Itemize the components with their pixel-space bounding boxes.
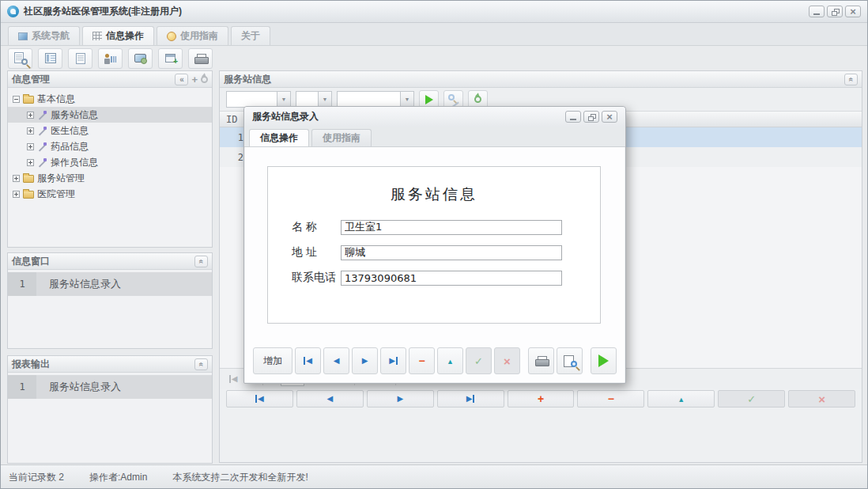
status-message: 本系统支持二次开发和全新开发! bbox=[172, 471, 308, 484]
main-toolbar bbox=[1, 46, 867, 70]
station-form: 服务站信息 名 称 地 址 联系电话 bbox=[267, 166, 601, 324]
panel-title: 服务站信息 bbox=[224, 73, 271, 86]
tab-system-navigation[interactable]: 系统导航 bbox=[8, 26, 80, 45]
search-button[interactable] bbox=[8, 48, 32, 69]
tab-label: 信息操作 bbox=[260, 131, 298, 145]
add-icon[interactable] bbox=[191, 74, 198, 85]
app-logo-icon bbox=[7, 6, 19, 17]
tree-node-doctor-info[interactable]: 医生信息 bbox=[8, 123, 212, 138]
document-button[interactable] bbox=[68, 48, 92, 69]
cancel-button[interactable] bbox=[494, 347, 520, 374]
last-record-button[interactable] bbox=[437, 390, 504, 408]
prev-record-icon bbox=[326, 395, 333, 403]
operator-label: 操作者:Admin bbox=[89, 471, 147, 484]
panel-title: 信息管理 bbox=[12, 73, 50, 86]
tab-about[interactable]: 关于 bbox=[231, 26, 270, 45]
prev-record-button[interactable] bbox=[296, 390, 364, 408]
filter-combobox-3[interactable] bbox=[337, 91, 414, 108]
delete-record-button[interactable] bbox=[577, 390, 644, 408]
tree-label: 基本信息 bbox=[37, 93, 75, 106]
dialog-tab-user-guide[interactable]: 使用指南 bbox=[311, 129, 372, 146]
expand-toggle-icon[interactable] bbox=[27, 112, 34, 119]
tree-node-operator-info[interactable]: 操作员信息 bbox=[8, 154, 212, 170]
printer-button[interactable] bbox=[188, 48, 213, 69]
run-button[interactable] bbox=[591, 347, 617, 374]
monitor-button[interactable] bbox=[128, 48, 153, 69]
edit-record-button[interactable] bbox=[647, 390, 715, 408]
print-button[interactable] bbox=[528, 347, 554, 374]
expand-toggle-icon[interactable] bbox=[27, 159, 34, 166]
expand-toggle-icon[interactable] bbox=[13, 191, 20, 198]
info-window-list-item[interactable]: 1 服务站信息录入 bbox=[8, 272, 212, 296]
minimize-button[interactable] bbox=[809, 6, 825, 17]
address-field[interactable] bbox=[341, 245, 562, 260]
dialog-tab-info-operation[interactable]: 信息操作 bbox=[249, 129, 309, 146]
info-management-panel: 信息管理 基本信息 服务站信息 医生信息 bbox=[7, 70, 213, 248]
prev-record-button[interactable] bbox=[323, 347, 349, 374]
first-record-button[interactable] bbox=[226, 390, 293, 408]
dialog-title-bar[interactable]: 服务站信息录入 bbox=[244, 107, 625, 127]
last-record-button[interactable] bbox=[380, 347, 406, 374]
form-button[interactable] bbox=[38, 48, 62, 69]
cancel-record-button[interactable] bbox=[788, 390, 855, 408]
form-icon bbox=[45, 53, 56, 63]
first-page-button[interactable] bbox=[226, 372, 240, 386]
tree-node-station-management[interactable]: 服务站管理 bbox=[8, 170, 212, 186]
search-icon bbox=[14, 52, 27, 65]
phone-field[interactable] bbox=[341, 271, 562, 286]
first-record-button[interactable] bbox=[295, 347, 321, 374]
expand-toggle-icon[interactable] bbox=[27, 127, 34, 135]
expand-toggle-icon[interactable] bbox=[13, 175, 20, 182]
collapse-toggle-icon[interactable] bbox=[13, 96, 20, 103]
tree-node-drug-info[interactable]: 药品信息 bbox=[8, 138, 212, 154]
tab-info-operation[interactable]: 信息操作 bbox=[82, 26, 154, 45]
dialog-title: 服务站信息录入 bbox=[252, 110, 319, 123]
add-button-label: 增加 bbox=[263, 354, 282, 368]
dialog-minimize-button[interactable] bbox=[565, 111, 581, 123]
plus-icon bbox=[538, 392, 544, 405]
phone-field-label: 联系电话 bbox=[292, 271, 341, 285]
dialog-maximize-button[interactable] bbox=[583, 111, 599, 123]
filter-combobox-1[interactable] bbox=[226, 91, 291, 108]
collapse-up-button[interactable] bbox=[844, 74, 858, 85]
restore-button[interactable] bbox=[827, 6, 843, 17]
confirm-button[interactable] bbox=[466, 347, 492, 374]
report-output-panel: 报表输出 1 服务站信息录入 bbox=[7, 355, 213, 464]
refresh-icon[interactable] bbox=[201, 76, 208, 83]
next-record-button[interactable] bbox=[352, 347, 378, 374]
tab-label: 使用指南 bbox=[323, 131, 360, 145]
report-output-list-item[interactable]: 1 服务站信息录入 bbox=[8, 375, 212, 399]
tree-node-basic-info[interactable]: 基本信息 bbox=[8, 91, 212, 107]
name-field[interactable] bbox=[341, 220, 562, 235]
tree-node-station-info[interactable]: 服务站信息 bbox=[8, 107, 212, 123]
tree-label: 操作员信息 bbox=[51, 156, 98, 169]
dialog-toolbar: 增加 bbox=[253, 347, 617, 374]
filter-combobox-2[interactable] bbox=[296, 91, 332, 108]
add-window-button[interactable] bbox=[158, 48, 183, 69]
collapse-left-icon bbox=[179, 75, 184, 84]
collapse-up-button[interactable] bbox=[194, 256, 208, 267]
add-button[interactable]: 增加 bbox=[253, 347, 292, 374]
add-record-button[interactable] bbox=[508, 390, 575, 408]
delete-record-button[interactable] bbox=[409, 347, 435, 374]
next-record-button[interactable] bbox=[367, 390, 434, 408]
dialog-close-button[interactable] bbox=[602, 111, 617, 123]
collapse-left-button[interactable] bbox=[175, 74, 188, 85]
close-button[interactable] bbox=[845, 6, 861, 17]
tab-user-guide[interactable]: 使用指南 bbox=[157, 26, 228, 45]
edit-record-button[interactable] bbox=[437, 347, 463, 374]
check-icon bbox=[747, 393, 756, 405]
tool-icon bbox=[37, 110, 47, 120]
info-window-panel: 信息窗口 1 服务站信息录入 bbox=[7, 252, 213, 349]
confirm-record-button[interactable] bbox=[718, 390, 785, 408]
print-preview-button[interactable] bbox=[557, 347, 583, 374]
collapse-up-button[interactable] bbox=[194, 358, 208, 370]
collapse-up-icon bbox=[197, 259, 206, 263]
expand-toggle-icon[interactable] bbox=[27, 143, 34, 150]
minus-icon bbox=[418, 354, 425, 367]
user-report-button[interactable] bbox=[98, 48, 123, 69]
collapse-up-icon bbox=[197, 362, 206, 366]
record-count-label: 当前记录数 2 bbox=[9, 471, 64, 484]
tab-label: 信息操作 bbox=[106, 29, 144, 43]
tree-node-hospital-management[interactable]: 医院管理 bbox=[8, 186, 212, 202]
